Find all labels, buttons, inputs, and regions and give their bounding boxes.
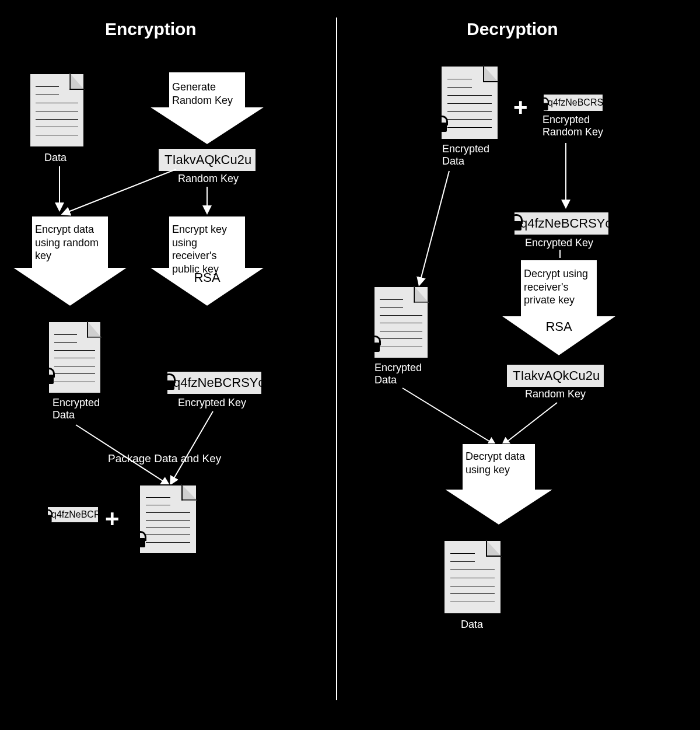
plain-data-doc-icon <box>29 73 85 148</box>
encrypted-key-box-dec: q4fzNeBCRSYc <box>513 211 610 236</box>
encrypted-random-key-label-dec: Encrypted Random Key <box>542 114 603 138</box>
separator-line <box>336 18 337 700</box>
lock-icon-encrypted-data <box>40 368 54 384</box>
encrypt-key-rsa: RSA <box>149 270 265 285</box>
incoming-key-box: q4fzNeBCRSYc <box>542 93 604 112</box>
plus-sign-dec: + <box>513 93 528 121</box>
random-key-label-dec: Random Key <box>525 388 586 400</box>
plus-sign: + <box>105 505 120 533</box>
encrypted-data-label-enc: Encrypted Data <box>52 397 100 421</box>
lock-icon-mid-doc <box>366 336 380 352</box>
thin-arrow-incoming-doc-down <box>417 171 452 288</box>
incoming-doc-icon <box>440 65 499 140</box>
decrypt-key-text: Decrypt using receiver's private key <box>524 267 594 307</box>
random-key-label-enc: Random Key <box>178 173 239 185</box>
thin-arrow-encrypted-key-to-rsa <box>557 250 563 261</box>
lock-icon-encrypted-key-enc <box>160 373 174 390</box>
encrypted-key-label-enc: Encrypted Key <box>178 397 246 409</box>
generate-random-key-text: Generate Random Key <box>172 81 242 107</box>
decrypt-data-text: Decrypt data using key <box>466 450 532 476</box>
encryption-header: Encryption <box>105 19 197 39</box>
thin-arrow-randomkey-to-decryptdata <box>499 403 563 449</box>
encrypted-data-label-dec-mid: Encrypted Data <box>374 362 422 386</box>
data-label-dec-bottom: Data <box>461 619 483 631</box>
lock-icon-encrypted-key-dec <box>508 214 522 230</box>
thin-arrow-enckey-to-pkg <box>166 411 219 487</box>
lock-icon-incoming-doc <box>433 116 447 132</box>
encrypt-data-arrow: Encrypt data using random key <box>12 216 128 306</box>
encrypted-key-box-enc: q4fzNeBCRSYc <box>166 371 262 395</box>
lock-icon-package-key <box>40 509 51 522</box>
encrypted-data-label-dec-top: Encrypted Data <box>442 143 489 167</box>
thin-arrow-encdata-to-pkg <box>73 425 172 489</box>
decrypted-random-key-box: TIakvAQkCu2u <box>506 364 605 388</box>
svg-line-4 <box>76 425 166 483</box>
generate-random-key-arrow: Generate Random Key <box>149 72 265 145</box>
thin-arrow-incoming-key-down <box>563 143 569 210</box>
random-key-box: TIakvAQkCu2u <box>158 148 257 172</box>
thin-arrow-mid-doc-to-decryptdata <box>400 388 499 449</box>
mid-encrypted-doc-icon <box>373 286 429 359</box>
encrypted-data-doc-icon <box>48 321 102 394</box>
thin-arrow-key-to-encrypt <box>204 187 210 216</box>
lock-icon-incoming-key <box>537 97 548 110</box>
data-label-enc-top: Data <box>44 152 66 164</box>
encrypt-key-text: Encrypt key using receiver's public key <box>172 223 242 275</box>
svg-line-8 <box>420 171 449 282</box>
encrypt-key-arrow: Encrypt key using receiver's public key … <box>149 216 265 306</box>
svg-line-5 <box>172 411 213 481</box>
thin-arrow-key-to-encrypt-data <box>60 169 182 219</box>
decrypted-data-doc-icon <box>443 540 502 614</box>
decryption-header: Decryption <box>467 19 558 39</box>
package-key-box: q4fzNeBCRSYc <box>47 506 99 523</box>
encrypt-data-text: Encrypt data using random key <box>35 223 105 263</box>
encrypted-key-label-dec: Encrypted Key <box>525 237 593 249</box>
decrypt-key-arrow: Decrypt using receiver's private key RSA <box>501 260 617 356</box>
decrypt-key-rsa: RSA <box>501 319 617 334</box>
package-doc-icon <box>139 484 197 554</box>
svg-line-3 <box>65 169 176 213</box>
lock-icon-package-doc <box>131 531 145 547</box>
decrypt-data-arrow: Decrypt data using key <box>443 443 554 525</box>
svg-line-9 <box>402 388 493 443</box>
svg-line-10 <box>505 403 557 443</box>
